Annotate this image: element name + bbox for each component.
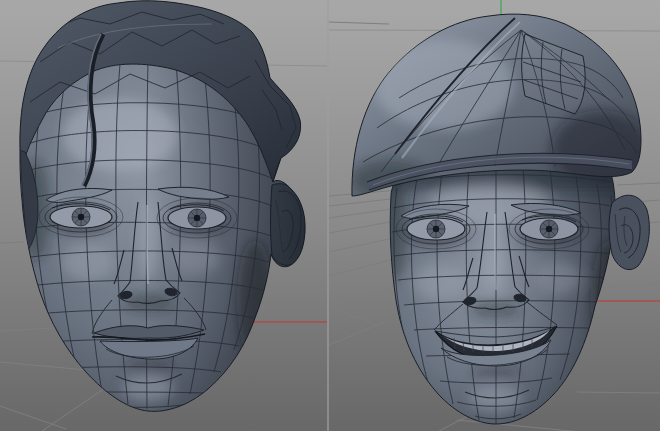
left-viewport-canvas [0, 0, 327, 431]
head-model-left[interactable] [20, 0, 327, 431]
ear [609, 195, 649, 269]
viewport-split-container [0, 0, 660, 431]
viewport-left[interactable] [0, 0, 327, 431]
viewport-right[interactable] [329, 0, 660, 431]
right-viewport-canvas [329, 0, 660, 431]
ear [271, 184, 306, 266]
head-model-right[interactable] [349, 0, 660, 431]
nose-bridge-highlight [495, 214, 496, 290]
